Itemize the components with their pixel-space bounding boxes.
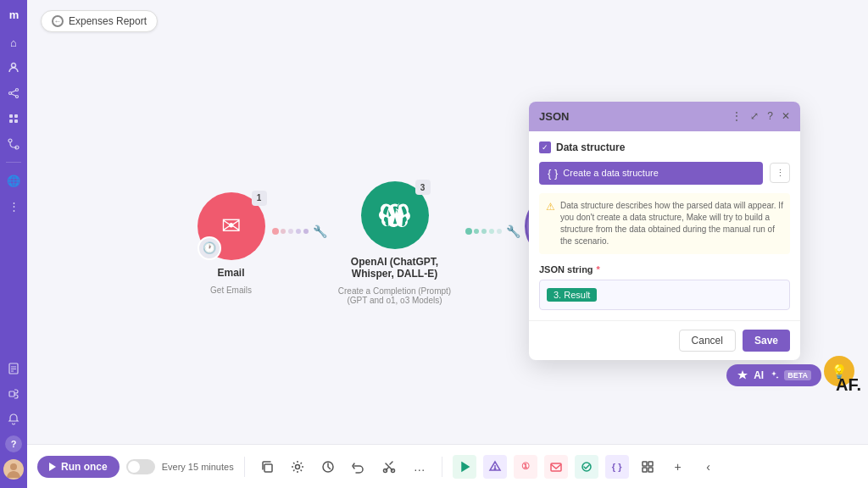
run-once-button[interactable]: Run once: [37, 456, 120, 478]
json-string-label: JSON string *: [539, 264, 790, 274]
flow-back-btn[interactable]: ‹: [697, 455, 721, 479]
modal-help-icon[interactable]: ?: [767, 110, 773, 122]
topbar: ← Expenses Report: [27, 0, 868, 42]
ai-button[interactable]: AI BETA: [726, 364, 821, 386]
sidebar-item-plugins[interactable]: [4, 385, 23, 403]
sidebar-item-more[interactable]: ⋮: [4, 197, 23, 215]
toolbar-divider-2: [442, 457, 442, 477]
schedule-label: Every 15 minutes: [162, 462, 234, 472]
svg-rect-29: [648, 462, 653, 466]
svg-rect-26: [551, 463, 561, 471]
svg-point-2: [9, 92, 12, 95]
ai-sparkle-icon: [737, 369, 748, 381]
watermark: AF.: [836, 375, 861, 395]
flow-green-btn[interactable]: [453, 455, 476, 479]
json-input-area[interactable]: 3. Result: [539, 280, 790, 310]
sidebar-logo: m: [9, 8, 19, 21]
sidebar-item-home[interactable]: ⌂: [4, 33, 23, 52]
result-tag: 3. Result: [547, 288, 597, 302]
info-text: Data structure describes how the parsed …: [560, 200, 783, 247]
modal-close-icon[interactable]: ✕: [782, 110, 790, 122]
back-arrow-icon: ←: [52, 15, 64, 27]
modal-header-icons: ⋮ ⤢ ? ✕: [732, 110, 790, 122]
canvas: ✉ 🕐 1 Email Get Emails 🔧: [27, 42, 868, 444]
svg-point-1: [16, 89, 19, 92]
section-checkbox[interactable]: [539, 141, 551, 153]
svg-point-10: [8, 139, 12, 142]
run-once-label: Run once: [61, 461, 108, 473]
svg-rect-31: [648, 468, 653, 472]
flow-purple-btn[interactable]: [483, 455, 507, 479]
svg-point-0: [12, 64, 16, 68]
modal-title: JSON: [539, 110, 569, 123]
toolbar-divider: [244, 457, 245, 477]
svg-marker-23: [462, 463, 469, 471]
sidebar-item-users[interactable]: [4, 58, 23, 77]
flow-grid-btn[interactable]: [636, 455, 659, 479]
json-string-section: JSON string * 3. Result: [539, 264, 790, 310]
svg-rect-16: [9, 391, 14, 396]
save-button[interactable]: Save: [743, 330, 790, 352]
copy-icon-btn[interactable]: [255, 455, 279, 479]
bottom-toolbar: Run once Every 15 minutes: [27, 444, 868, 488]
create-structure-label: Create a data structure: [563, 168, 659, 178]
sidebar-item-help[interactable]: ?: [5, 435, 22, 452]
sidebar-item-avatar[interactable]: [3, 459, 24, 480]
json-string-text: JSON string: [539, 264, 593, 274]
svg-point-17: [10, 463, 17, 470]
svg-rect-18: [264, 464, 272, 472]
svg-rect-28: [643, 462, 647, 466]
bracket-icon: { }: [548, 167, 558, 180]
flow-add-btn[interactable]: +: [666, 455, 690, 479]
section-title: Data structure: [556, 141, 625, 153]
main-area: ← Expenses Report ✉ 🕐 1 Email Get Emails: [27, 0, 868, 488]
schedule-icon-btn[interactable]: [316, 455, 340, 479]
modal-expand-icon[interactable]: ⤢: [750, 110, 759, 122]
more-icon-btn[interactable]: …: [408, 455, 431, 479]
cancel-button[interactable]: Cancel: [679, 330, 736, 352]
sidebar-divider: [6, 162, 21, 163]
svg-line-4: [11, 91, 15, 93]
modal-header: JSON ⋮ ⤢ ? ✕: [529, 102, 800, 131]
modal-body: Data structure { } Create a data structu…: [529, 131, 800, 320]
settings-icon-btn[interactable]: [286, 455, 309, 479]
info-box: ⚠ Data structure describes how the parse…: [539, 193, 790, 254]
modal-footer: Cancel Save: [529, 320, 800, 360]
ai-label: AI: [754, 369, 764, 381]
sidebar-item-scenarios[interactable]: [4, 109, 23, 128]
svg-line-5: [11, 94, 15, 97]
svg-point-25: [494, 468, 496, 469]
play-icon: [49, 463, 56, 471]
svg-point-19: [295, 464, 299, 469]
sidebar-item-globe[interactable]: 🌐: [4, 171, 23, 190]
svg-point-3: [16, 96, 19, 98]
schedule-toggle[interactable]: [126, 459, 155, 474]
info-warning-icon: ⚠: [546, 200, 555, 247]
svg-rect-9: [14, 119, 18, 123]
data-structure-section: Data structure: [539, 141, 790, 153]
back-button-label: Expenses Report: [69, 15, 147, 27]
flow-num-btn[interactable]: ①: [514, 455, 537, 479]
back-button[interactable]: ← Expenses Report: [41, 10, 158, 32]
flow-json-btn[interactable]: { }: [605, 455, 629, 479]
sidebar-item-book[interactable]: [4, 359, 23, 378]
ai-stars-icon: [769, 370, 779, 380]
flow-teal-btn[interactable]: [575, 455, 598, 479]
json-modal: JSON ⋮ ⤢ ? ✕ Data structure: [529, 102, 800, 360]
sidebar-item-connections[interactable]: [4, 135, 23, 153]
undo-icon-btn[interactable]: [347, 455, 370, 479]
sidebar: m ⌂ 🌐 ⋮: [0, 0, 27, 488]
cut-icon-btn[interactable]: [377, 455, 401, 479]
svg-rect-30: [643, 468, 647, 472]
modal-menu-icon[interactable]: ⋮: [732, 110, 742, 122]
required-star: *: [597, 264, 600, 274]
svg-rect-8: [9, 119, 13, 123]
beta-badge: BETA: [784, 370, 811, 380]
flow-email-btn[interactable]: [544, 455, 568, 479]
structure-dots-menu[interactable]: ⋮: [770, 163, 790, 183]
sidebar-item-share[interactable]: [4, 84, 23, 103]
sidebar-item-notifications[interactable]: [4, 410, 23, 429]
create-structure-row: { } Create a data structure ⋮: [539, 162, 790, 185]
svg-rect-7: [14, 114, 18, 118]
create-structure-button[interactable]: { } Create a data structure: [539, 162, 763, 185]
